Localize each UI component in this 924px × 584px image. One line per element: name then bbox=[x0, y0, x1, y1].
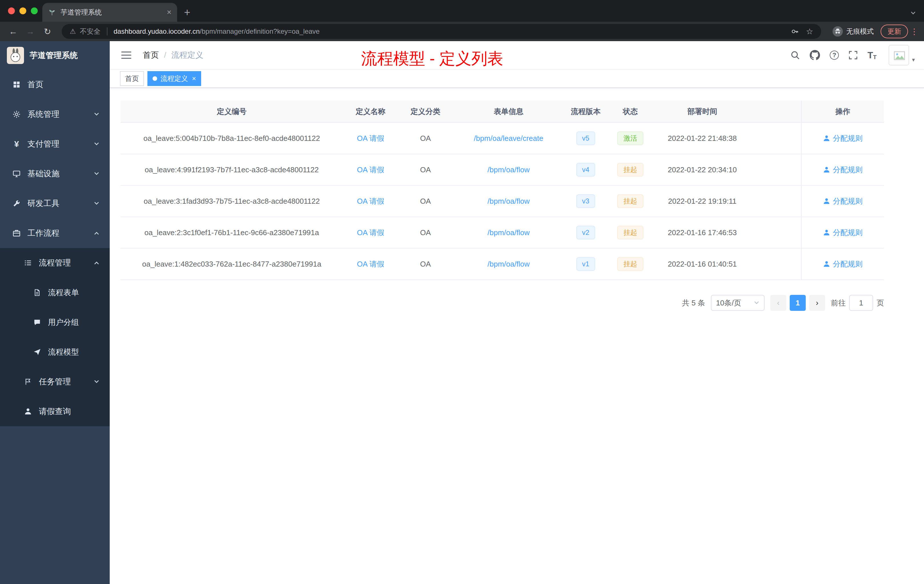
user-icon bbox=[823, 198, 830, 205]
sidebar-item-system[interactable]: 系统管理 bbox=[0, 99, 110, 129]
sidebar-item-process-form[interactable]: 流程表单 bbox=[0, 278, 110, 307]
chat-icon bbox=[32, 318, 42, 326]
user-icon bbox=[23, 408, 33, 415]
tab-search-icon[interactable] bbox=[910, 10, 916, 16]
cell-deploy-time: 2022-01-16 01:40:51 bbox=[654, 249, 751, 279]
sidebar-item-user-group[interactable]: 用户分组 bbox=[0, 307, 110, 337]
definition-name-link[interactable]: OA 请假 bbox=[357, 134, 384, 144]
url-path: /bpm/manager/definition?key=oa_leave bbox=[200, 27, 320, 35]
dashboard-icon bbox=[12, 81, 22, 89]
user-avatar[interactable] bbox=[889, 45, 915, 66]
goto-page-input[interactable] bbox=[849, 295, 873, 311]
page-size-select[interactable]: 10条/页 bbox=[711, 295, 765, 311]
address-bar[interactable]: 不安全 dashboard.yudao.iocoder.cn/bpm/manag… bbox=[62, 24, 821, 39]
update-button[interactable]: 更新 bbox=[881, 25, 908, 38]
form-link[interactable]: /bpm/oa/flow bbox=[487, 228, 530, 237]
sidebar-item-label: 首页 bbox=[27, 79, 43, 90]
tag-label: 首页 bbox=[125, 74, 139, 83]
sidebar-item-home[interactable]: 首页 bbox=[0, 70, 110, 99]
divider bbox=[107, 27, 107, 35]
status-badge: 挂起 bbox=[617, 226, 644, 239]
definition-name-link[interactable]: OA 请假 bbox=[357, 165, 384, 175]
assign-rule-link[interactable]: 分配规则 bbox=[823, 134, 863, 144]
sidebar-item-process-management[interactable]: 流程管理 bbox=[0, 248, 110, 278]
user-icon bbox=[823, 135, 830, 142]
table-row: oa_leave:3:1fad3d93-7b75-11ec-a3c8-acde4… bbox=[120, 186, 884, 217]
back-button[interactable] bbox=[6, 26, 21, 36]
forward-button[interactable] bbox=[23, 26, 38, 36]
font-size-icon[interactable]: TT bbox=[868, 50, 876, 61]
help-icon[interactable] bbox=[830, 51, 839, 60]
github-icon[interactable] bbox=[810, 50, 820, 60]
assign-rule-link[interactable]: 分配规则 bbox=[823, 196, 863, 206]
form-link[interactable]: /bpm/oa/flow bbox=[487, 165, 530, 174]
cell-definition-id: oa_leave:3:1fad3d93-7b75-11ec-a3c8-acde4… bbox=[120, 186, 343, 216]
tag-home[interactable]: 首页 bbox=[120, 71, 144, 86]
col-filler bbox=[751, 101, 801, 122]
header-actions: TT bbox=[790, 45, 915, 66]
tag-close-icon[interactable] bbox=[192, 75, 196, 82]
sidebar-item-label: 请假查询 bbox=[39, 406, 71, 417]
sidebar-toggle-icon[interactable] bbox=[119, 48, 134, 62]
cell-definition-id: oa_leave:1:482ec033-762a-11ec-8477-a2380… bbox=[120, 249, 343, 279]
sidebar-item-process-model[interactable]: 流程模型 bbox=[0, 337, 110, 367]
col-form-info: 表单信息 bbox=[452, 101, 564, 122]
definition-name-link[interactable]: OA 请假 bbox=[357, 228, 384, 238]
browser-menu-icon[interactable] bbox=[910, 27, 918, 36]
list-icon bbox=[23, 259, 33, 267]
form-link[interactable]: /bpm/oa/flow bbox=[487, 260, 530, 269]
form-link[interactable]: /bpm/oa/flow bbox=[487, 197, 530, 206]
cell-category: OA bbox=[398, 249, 452, 279]
flag-icon bbox=[23, 378, 33, 385]
browser-tab[interactable]: 芋道管理系统 bbox=[42, 3, 177, 22]
browser-tabstrip: 芋道管理系统 bbox=[0, 0, 924, 22]
page-buttons: 1 bbox=[770, 295, 825, 311]
sidebar-item-workflow[interactable]: 工作流程 bbox=[0, 218, 110, 248]
assign-rule-link[interactable]: 分配规则 bbox=[823, 165, 863, 175]
yuan-icon bbox=[12, 139, 22, 149]
sidebar-item-infrastructure[interactable]: 基础设施 bbox=[0, 159, 110, 188]
new-tab-button[interactable] bbox=[184, 7, 190, 18]
form-link[interactable]: /bpm/oa/leave/create bbox=[474, 134, 543, 143]
chevron-down-icon bbox=[94, 171, 99, 177]
sidebar-item-payment[interactable]: 支付管理 bbox=[0, 129, 110, 159]
close-window-button[interactable] bbox=[8, 7, 15, 14]
version-tag: v5 bbox=[576, 132, 595, 145]
assign-rule-link[interactable]: 分配规则 bbox=[823, 228, 863, 238]
definition-name-link[interactable]: OA 请假 bbox=[357, 196, 384, 206]
favicon bbox=[48, 8, 56, 16]
breadcrumb-home[interactable]: 首页 bbox=[143, 50, 159, 61]
tab-close-icon[interactable] bbox=[167, 8, 172, 16]
status-badge: 挂起 bbox=[617, 163, 644, 176]
status-badge: 挂起 bbox=[617, 257, 644, 271]
bookmark-star-icon[interactable] bbox=[806, 27, 813, 36]
sidebar-item-label: 流程表单 bbox=[48, 287, 79, 298]
next-page-button[interactable] bbox=[809, 295, 825, 311]
chevron-down-icon bbox=[94, 201, 99, 206]
tab-title: 芋道管理系统 bbox=[61, 8, 162, 17]
col-definition-category: 定义分类 bbox=[398, 101, 452, 122]
search-icon[interactable] bbox=[790, 50, 800, 60]
page-number-button[interactable]: 1 bbox=[790, 295, 806, 311]
tag-current[interactable]: 流程定义 bbox=[147, 71, 201, 86]
definition-name-link[interactable]: OA 请假 bbox=[357, 259, 384, 269]
sidebar-item-devtools[interactable]: 研发工具 bbox=[0, 188, 110, 218]
password-key-icon[interactable] bbox=[790, 27, 799, 36]
paper-plane-icon bbox=[32, 348, 42, 356]
sidebar-item-task-management[interactable]: 任务管理 bbox=[0, 367, 110, 397]
minimize-window-button[interactable] bbox=[20, 7, 26, 14]
prev-page-button[interactable] bbox=[770, 295, 786, 311]
page-url: dashboard.yudao.iocoder.cn/bpm/manager/d… bbox=[114, 27, 320, 35]
maximize-window-button[interactable] bbox=[31, 7, 38, 14]
goto-label: 前往 bbox=[831, 298, 846, 308]
security-label[interactable]: 不安全 bbox=[80, 27, 101, 36]
cell-filler bbox=[751, 249, 801, 279]
col-status: 状态 bbox=[607, 101, 654, 122]
assign-rule-link[interactable]: 分配规则 bbox=[823, 259, 863, 269]
chevron-down-icon bbox=[754, 300, 759, 306]
fullscreen-icon[interactable] bbox=[848, 51, 858, 60]
sidebar-logo[interactable]: 芋道管理系统 bbox=[0, 41, 110, 70]
sidebar-item-leave-query[interactable]: 请假查询 bbox=[0, 397, 110, 426]
cell-actions: 分配规则 bbox=[801, 123, 884, 154]
reload-button[interactable] bbox=[40, 26, 55, 36]
